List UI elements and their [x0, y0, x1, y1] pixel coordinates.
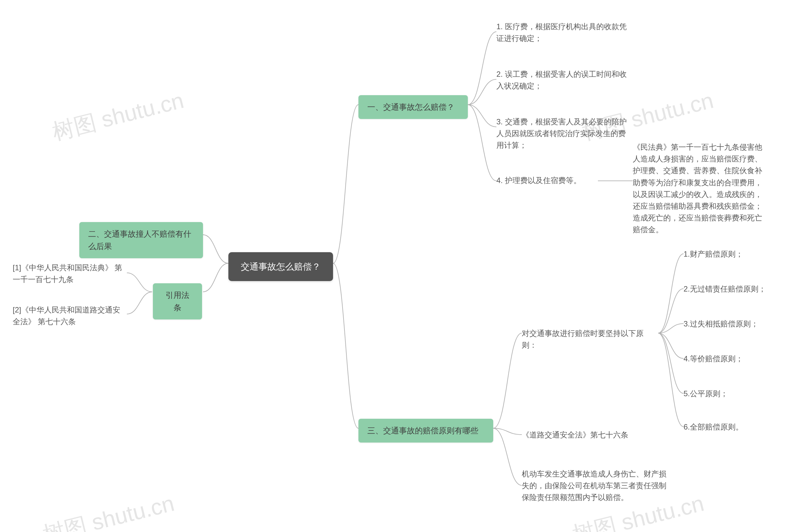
principle-6: 6.全部赔偿原则。 — [683, 421, 779, 433]
principle-4: 4.等价赔偿原则； — [683, 353, 779, 364]
section1-item2: 2. 误工费，根据受害人的误工时间和收入状况确定； — [496, 68, 628, 92]
citations-node[interactable]: 引用法条 — [153, 283, 202, 319]
citation-2: [2]《中华人民共和国道路交通安全法》 第七十六条 — [13, 304, 127, 327]
principle-2: 2.无过错责任赔偿原则； — [683, 283, 779, 295]
section3-node[interactable]: 三、交通事故的赔偿原则有哪些 — [359, 419, 493, 443]
citation-1: [1]《中华人民共和国民法典》 第一千一百七十九条 — [13, 262, 127, 285]
principle-3: 3.过失相抵赔偿原则； — [683, 318, 779, 330]
principle-5: 5.公平原则； — [683, 388, 779, 399]
watermark: 树图 shutu.cn — [40, 489, 177, 532]
root-node[interactable]: 交通事故怎么赔偿？ — [228, 252, 333, 281]
section1-item1: 1. 医疗费，根据医疗机构出具的收款凭证进行确定； — [496, 20, 628, 44]
mindmap-canvas: 树图 shutu.cn 树图 shutu.cn 树图 shutu.cn 树图 s… — [0, 0, 812, 532]
section1-item4: 4. 护理费以及住宿费等。 — [496, 174, 598, 186]
section1-item4-detail: 《民法典》第一千一百七十九条侵害他人造成人身损害的，应当赔偿医疗费、护理费、交通… — [633, 141, 766, 236]
section1-node[interactable]: 一、交通事故怎么赔偿？ — [359, 95, 468, 119]
section3-law-detail: 机动车发生交通事故造成人身伤亡、财产损失的，由保险公司在机动车第三者责任强制保险… — [522, 468, 671, 503]
section2-node[interactable]: 二、交通事故撞人不赔偿有什么后果 — [79, 222, 203, 258]
watermark: 树图 shutu.cn — [49, 86, 187, 147]
section1-item3: 3. 交通费，根据受害人及其必要的陪护人员因就医或者转院治疗实际发生的费用计算； — [496, 116, 628, 151]
section3-intro: 对交通事故进行赔偿时要坚持以下原则： — [522, 327, 658, 351]
principle-1: 1.财产赔偿原则； — [683, 248, 779, 260]
section3-law-ref: 《道路交通安全法》第七十六条 — [522, 429, 658, 441]
